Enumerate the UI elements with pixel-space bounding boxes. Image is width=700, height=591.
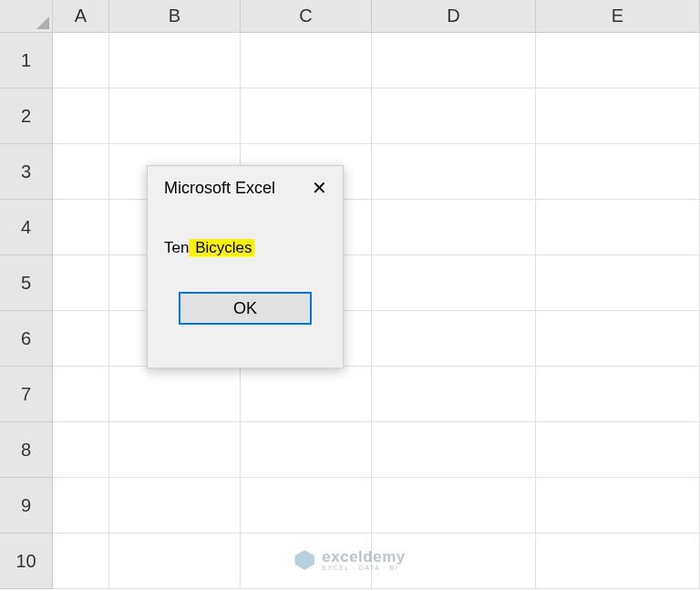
cell[interactable] [536, 33, 700, 88]
message-dialog: Microsoft Excel ✕ Ten Bicycles OK [147, 165, 344, 368]
col-d-cells [372, 33, 536, 591]
row-header-10[interactable]: 10 [0, 534, 53, 589]
cell[interactable] [372, 478, 536, 534]
cell[interactable] [53, 478, 109, 534]
dialog-footer: OK [148, 275, 343, 343]
cell[interactable] [536, 367, 700, 422]
col-header-e[interactable]: E [536, 0, 700, 33]
cell[interactable] [372, 144, 536, 200]
cell[interactable] [536, 88, 700, 144]
col-header-b[interactable]: B [109, 0, 241, 33]
cell[interactable] [53, 311, 109, 367]
cell[interactable] [53, 422, 109, 478]
row-header-6[interactable]: 6 [0, 311, 53, 367]
cell[interactable] [241, 422, 372, 478]
close-icon[interactable]: ✕ [306, 175, 332, 201]
cell[interactable] [53, 144, 109, 200]
row-headers-column: 1 2 3 4 5 6 7 8 9 10 [0, 0, 53, 591]
cell[interactable] [536, 311, 700, 367]
row-header-4[interactable]: 4 [0, 200, 53, 255]
col-e-cells [536, 33, 700, 591]
col-a-cells [53, 33, 109, 591]
cell[interactable] [536, 534, 700, 589]
message-text-prefix: Ten [164, 239, 189, 256]
cell[interactable] [53, 200, 109, 255]
dialog-message: Ten Bicycles [148, 206, 343, 275]
row-header-7[interactable]: 7 [0, 367, 53, 422]
ok-button[interactable]: OK [179, 292, 312, 325]
col-header-d[interactable]: D [372, 0, 536, 33]
cell[interactable] [372, 33, 536, 88]
cell[interactable] [241, 367, 372, 422]
cell[interactable] [372, 311, 536, 367]
row-header-5[interactable]: 5 [0, 255, 53, 311]
row-header-1[interactable]: 1 [0, 33, 53, 88]
col-header-c[interactable]: C [241, 0, 372, 33]
cell[interactable] [241, 88, 372, 144]
cell[interactable] [53, 33, 109, 88]
spreadsheet-grid: 1 2 3 4 5 6 7 8 9 10 A B C D E [0, 0, 700, 591]
row-header-3[interactable]: 3 [0, 144, 53, 200]
dialog-titlebar[interactable]: Microsoft Excel ✕ [148, 166, 343, 206]
cell[interactable] [241, 33, 372, 88]
cell[interactable] [53, 534, 109, 589]
cell[interactable] [53, 367, 109, 422]
cell[interactable] [536, 255, 700, 311]
watermark-sub: EXCEL · DATA · BI [322, 565, 405, 571]
cell[interactable] [372, 200, 536, 255]
cell[interactable] [372, 367, 536, 422]
message-text-highlight: Bicycles [189, 239, 253, 256]
row-header-8[interactable]: 8 [0, 422, 53, 478]
cell[interactable] [109, 367, 241, 422]
cell[interactable] [109, 88, 241, 144]
select-all-corner[interactable] [0, 0, 53, 33]
column-headers-row: A B C D E [53, 0, 700, 33]
watermark-text: exceldemy EXCEL · DATA · BI [322, 549, 405, 571]
cell[interactable] [109, 478, 241, 534]
cell[interactable] [536, 478, 700, 534]
cell[interactable] [109, 534, 241, 589]
watermark: exceldemy EXCEL · DATA · BI [294, 549, 405, 571]
cell[interactable] [536, 200, 700, 255]
cell[interactable] [372, 422, 536, 478]
row-header-9[interactable]: 9 [0, 478, 53, 534]
cell[interactable] [53, 88, 109, 144]
cell[interactable] [109, 422, 241, 478]
dialog-title: Microsoft Excel [164, 179, 275, 198]
col-header-a[interactable]: A [53, 0, 109, 33]
watermark-logo-icon [294, 550, 314, 570]
cell[interactable] [53, 255, 109, 311]
cell[interactable] [536, 144, 700, 200]
cell[interactable] [109, 33, 241, 88]
cell[interactable] [241, 478, 372, 534]
cell[interactable] [536, 422, 700, 478]
cell[interactable] [372, 88, 536, 144]
watermark-main: exceldemy [322, 549, 405, 565]
row-header-2[interactable]: 2 [0, 88, 53, 144]
cell[interactable] [372, 255, 536, 311]
